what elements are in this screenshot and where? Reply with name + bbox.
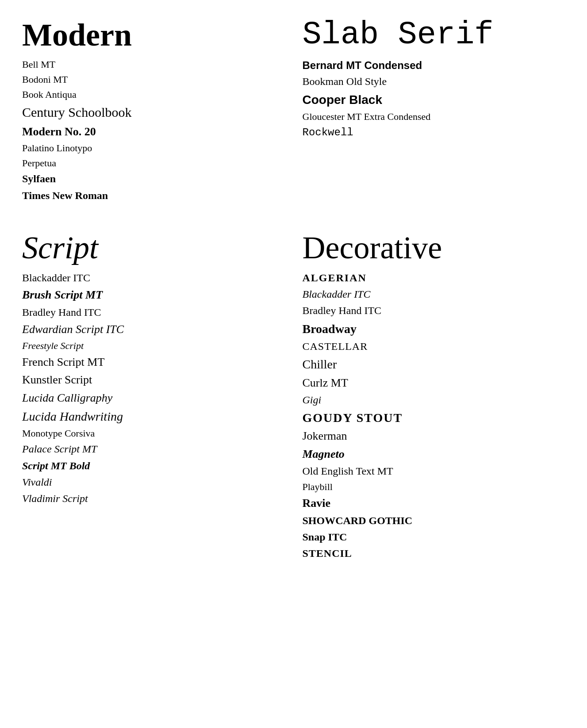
list-item: Monotype Corsiva (22, 426, 285, 441)
list-item: Old English Text MT (303, 463, 565, 479)
list-item: Script MT Bold (22, 458, 285, 474)
list-item: Sylfaen (22, 171, 285, 187)
list-item: Vladimir Script (22, 490, 285, 507)
list-item: Freestyle Script (22, 338, 285, 353)
list-item: SHOWCARD GOTHIC (303, 513, 565, 529)
list-item: Playbill (303, 479, 565, 494)
list-item: Lucida Handwriting (22, 407, 285, 426)
list-item: Rockwell (303, 124, 565, 141)
list-item: GOUDY STOUT (303, 408, 565, 427)
list-item: Vivaldi (22, 474, 285, 490)
list-item: Bernard MT Condensed (303, 57, 565, 73)
list-item: Ravie (303, 494, 565, 512)
decorative-title: Decorative (303, 230, 565, 265)
modern-title: Modern (22, 18, 285, 53)
list-item: Curlz MT (303, 374, 565, 392)
slab-serif-section: Slab Serif Bernard MT Condensed Bookman … (294, 9, 574, 222)
list-item: Blackadder ITC (303, 286, 565, 303)
script-title: Script (22, 230, 285, 265)
list-item: Gigi (303, 392, 565, 408)
list-item: STENCIL (303, 545, 565, 562)
list-item: Palatino Linotypo (22, 141, 285, 156)
list-item: Perpetua (22, 156, 285, 171)
list-item: Brush Script MT (22, 286, 285, 304)
decorative-section: Decorative ALGERIAN Blackadder ITC Bradl… (294, 222, 574, 579)
list-item: Lucida Calligraphy (22, 389, 285, 407)
list-item: Kunstler Script (22, 371, 285, 389)
decorative-font-list: ALGERIAN Blackadder ITC Bradley Hand ITC… (303, 270, 565, 562)
list-item: Modern No. 20 (22, 123, 285, 141)
list-item: Broadway (303, 319, 565, 338)
list-item: Jokerman (303, 427, 565, 445)
script-section: Script Blackadder ITC Brush Script MT Br… (13, 222, 294, 579)
list-item: Snap ITC (303, 529, 565, 545)
list-item: Bradley Hand ITC (303, 303, 565, 319)
list-item: Bell MT (22, 57, 285, 72)
list-item: Blackadder ITC (22, 270, 285, 286)
modern-font-list: Bell MT Bodoni MT Book Antiqua Century S… (22, 57, 285, 204)
list-item: Cooper Black (303, 90, 565, 109)
modern-section: Modern Bell MT Bodoni MT Book Antiqua Ce… (13, 9, 294, 222)
list-item: Bodoni MT (22, 72, 285, 87)
list-item: CASTELLAR (303, 338, 565, 355)
slab-serif-title: Slab Serif (303, 18, 565, 53)
list-item: French Script MT (22, 353, 285, 371)
list-item: Times New Roman (22, 188, 285, 204)
script-font-list: Blackadder ITC Brush Script MT Bradley H… (22, 270, 285, 507)
list-item: Magneto (303, 445, 565, 463)
list-item: Palace Script MT (22, 441, 285, 457)
list-item: Century Schoolbook (22, 102, 285, 123)
slab-serif-font-list: Bernard MT Condensed Bookman Old Style C… (303, 57, 565, 141)
list-item: Gloucester MT Extra Condensed (303, 109, 565, 124)
list-item: Bookman Old Style (303, 73, 565, 90)
list-item: ALGERIAN (303, 270, 565, 286)
list-item: Edwardian Script ITC (22, 321, 285, 338)
list-item: Chiller (303, 355, 565, 374)
list-item: Bradley Hand ITC (22, 304, 285, 321)
page-grid: Modern Bell MT Bodoni MT Book Antiqua Ce… (0, 0, 587, 588)
list-item: Book Antiqua (22, 87, 285, 102)
